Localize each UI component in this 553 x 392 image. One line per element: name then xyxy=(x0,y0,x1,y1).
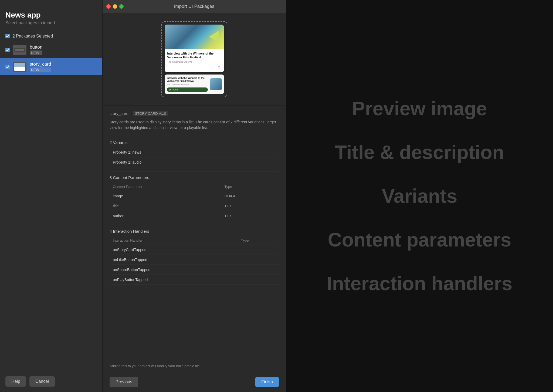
handler-col-header: Interaction Handler xyxy=(110,236,238,245)
story-card-content: Interview with the Winners of the Vancou… xyxy=(165,49,224,72)
content-parameters-label: Content parameters xyxy=(328,229,511,251)
button-thumb xyxy=(13,45,26,55)
minimize-traffic-light[interactable] xyxy=(113,4,117,9)
property-label: Property 1: news xyxy=(110,147,279,157)
story-card-title: Interview with the Winners of the Vancou… xyxy=(167,52,221,59)
variant-row: Property 1: news xyxy=(110,147,279,157)
handler-name: onPlayButtonTapped xyxy=(110,275,238,285)
story-card-small-title: Interview with the Winners of the Vancou… xyxy=(167,77,208,83)
story-card-info: story_card NEW xyxy=(30,62,51,72)
packages-header: 2 Packages Selected xyxy=(0,31,102,41)
handler-type xyxy=(238,245,279,255)
maximize-traffic-light[interactable] xyxy=(119,4,124,9)
package-item-story-card[interactable]: story_card NEW xyxy=(0,58,102,75)
finish-button[interactable]: Finish xyxy=(255,377,279,387)
title-description-label: Title & description xyxy=(335,141,504,163)
button-badge: NEW xyxy=(30,50,42,55)
button-info: button NEW xyxy=(30,45,42,55)
dialog-title: Import UI Packages xyxy=(174,4,214,9)
story-card-thumb-inner xyxy=(14,63,25,71)
info-section: story_card STORY CARD V1.0 Story cards a… xyxy=(103,106,286,360)
handler-name: onStoryCardTapped xyxy=(110,245,238,255)
right-section-content-parameters: Content parameters xyxy=(328,229,511,251)
handler-type xyxy=(238,265,279,275)
info-header: story_card STORY CARD V1.0 xyxy=(110,111,279,116)
divider-2 xyxy=(110,171,279,171)
left-footer: Help Cancel xyxy=(0,371,102,392)
handler-row: onStoryCardTapped xyxy=(110,245,279,255)
divider-3 xyxy=(110,225,279,225)
preview-area: Interview with the Winners of the Vancou… xyxy=(103,13,286,106)
main-panel: Import UI Packages Interview with the Wi… xyxy=(103,0,286,392)
story-card-thumb xyxy=(13,62,26,72)
right-panel: Preview image Title & description Varian… xyxy=(286,0,553,392)
right-section-interaction-handlers: Interaction handlers xyxy=(327,272,512,295)
handler-type xyxy=(238,275,279,285)
handler-type xyxy=(238,255,279,265)
story-card-small: Interview with the Winners of the Vancou… xyxy=(165,75,224,94)
package-list: button NEW story_card NEW xyxy=(0,41,102,371)
content-param-row: authorTEXT xyxy=(110,211,279,221)
button-checkbox[interactable] xyxy=(5,48,10,52)
property-label: Property 1: audio xyxy=(110,157,279,167)
story-card-small-author: The Cinematic Lifestyle xyxy=(167,83,208,86)
app-subtitle: Select packages to import xyxy=(0,21,102,31)
content-param-row: imageIMAGE xyxy=(110,191,279,201)
dialog-title-bar: Import UI Packages xyxy=(103,0,286,13)
button-thumb-bar xyxy=(15,49,24,51)
story-card-small-content: Interview with the Winners of the Vancou… xyxy=(167,77,208,92)
handlers-section-title: 4 Interaction Handlers xyxy=(110,229,279,234)
param-name: image xyxy=(110,191,221,201)
version-badge: STORY CARD V1.0 xyxy=(133,111,168,116)
previous-button[interactable]: Previous xyxy=(110,377,138,387)
story-card-name: story_card xyxy=(30,62,51,67)
handler-row: onShareButtonTapped xyxy=(110,265,279,275)
preview-image-label: Preview image xyxy=(352,97,487,120)
right-section-preview-image: Preview image xyxy=(352,97,487,120)
packages-selected-label: 2 Packages Selected xyxy=(12,34,53,39)
story-card-large: Interview with the Winners of the Vancou… xyxy=(165,25,224,72)
handler-row: onPlayButtonTapped xyxy=(110,275,279,285)
story-card-badge: NEW xyxy=(30,67,51,72)
play-button[interactable]: ▶ PLAY xyxy=(167,87,208,92)
traffic-lights xyxy=(106,4,124,9)
close-traffic-light[interactable] xyxy=(106,4,111,9)
handlers-table: Interaction Handler Type onStoryCardTapp… xyxy=(110,236,279,285)
left-panel: News app Select packages to import 2 Pac… xyxy=(0,0,103,392)
variants-section-title: 2 Variants xyxy=(110,140,279,145)
button-thumb-inner xyxy=(14,48,25,52)
story-card-image xyxy=(165,25,224,49)
help-button[interactable]: Help xyxy=(5,376,26,387)
handler-name: onLikeButtonTapped xyxy=(110,255,238,265)
main-footer: Previous Finish xyxy=(103,372,286,392)
param-type: IMAGE xyxy=(221,191,279,201)
property-value: news xyxy=(132,150,141,154)
content-param-col-header: Content Parameter xyxy=(110,183,221,191)
story-card-actions: ♡ ⇧ xyxy=(167,65,221,70)
component-name: story_card xyxy=(110,111,128,116)
content-param-row: titleTEXT xyxy=(110,201,279,211)
content-params-section-title: 3 Content Parameters xyxy=(110,175,279,180)
all-packages-checkbox[interactable] xyxy=(5,34,10,38)
cancel-button[interactable]: Cancel xyxy=(29,376,55,387)
story-card-author: The Cinematic Lifestyle xyxy=(167,60,221,63)
divider-1 xyxy=(110,136,279,136)
preview-card-wrapper: Interview with the Winners of the Vancou… xyxy=(161,21,227,97)
param-name: author xyxy=(110,211,221,221)
content-param-type-header: Type xyxy=(221,183,279,191)
right-section-variants: Variants xyxy=(382,185,457,207)
param-type: TEXT xyxy=(221,211,279,221)
param-type: TEXT xyxy=(221,201,279,211)
share-icon[interactable]: ⇧ xyxy=(217,65,221,70)
handler-type-header: Type xyxy=(238,236,279,245)
build-note: Adding this to your project will modify … xyxy=(103,360,286,372)
info-description: Story cards are used to display story it… xyxy=(110,119,279,131)
content-params-table: Content Parameter Type imageIMAGEtitleTE… xyxy=(110,183,279,221)
right-section-title-description: Title & description xyxy=(335,141,504,163)
package-item-button[interactable]: button NEW xyxy=(0,41,102,58)
handler-name: onShareButtonTapped xyxy=(110,265,238,275)
param-name: title xyxy=(110,201,221,211)
handler-row: onLikeButtonTapped xyxy=(110,255,279,265)
story-card-checkbox[interactable] xyxy=(5,65,10,69)
like-icon[interactable]: ♡ xyxy=(210,65,214,70)
